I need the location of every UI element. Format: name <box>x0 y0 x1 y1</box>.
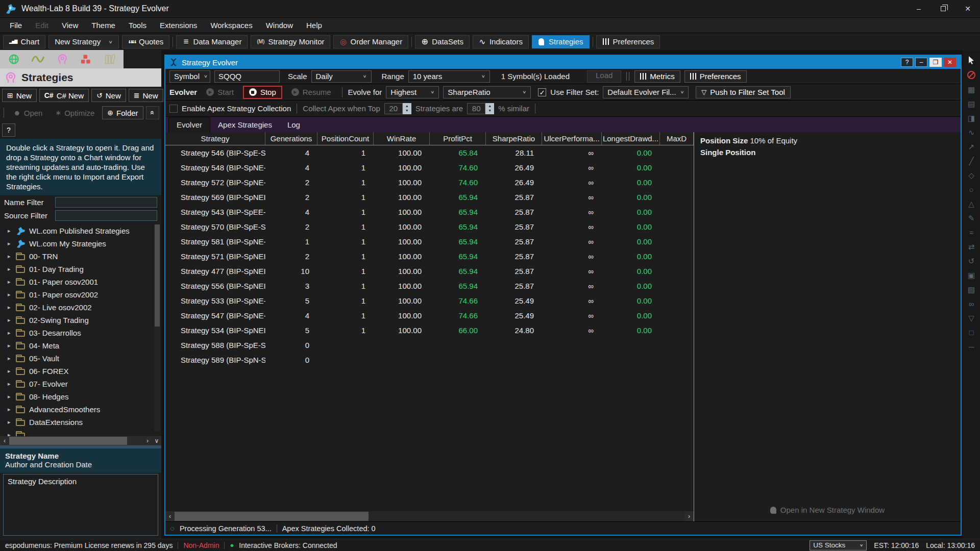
indicator-wave-icon[interactable] <box>32 54 44 64</box>
toolbar-button[interactable]: Strategy Monitor <box>251 35 330 48</box>
tree-expand-arrow-icon[interactable]: ▸ <box>8 304 12 311</box>
tree-expand-arrow-icon[interactable]: ▸ <box>8 253 12 260</box>
tree-expand-arrow-icon[interactable]: ▸ <box>8 330 12 336</box>
scale-dropdown[interactable]: Daily ∨ <box>311 70 372 83</box>
toolbar-button[interactable]: Quotes <box>122 35 169 48</box>
scrollbar-thumb[interactable] <box>175 512 369 521</box>
tree-expand-arrow-icon[interactable]: ▸ <box>8 266 12 272</box>
new-rotation-strategy-button[interactable]: ↺ New <box>91 89 126 102</box>
printer-icon[interactable]: ▤ <box>968 100 975 108</box>
globe-icon[interactable] <box>8 53 19 65</box>
column-header[interactable]: Generations <box>265 132 317 145</box>
tree-item[interactable]: ▸ 02- Live osov2002 <box>0 301 161 314</box>
table-row[interactable]: Strategy 556 (BIP-SpNEI 3 1 100.00 65.94… <box>165 279 694 293</box>
menu-item[interactable]: File <box>3 18 29 32</box>
menu-item[interactable]: Tools <box>122 18 153 32</box>
tree-expand-arrow-icon[interactable]: ▸ <box>8 381 12 387</box>
load-button[interactable]: Load <box>587 70 621 83</box>
tree-item[interactable]: ▸ WL.com My Strategies <box>0 237 161 250</box>
tree-expand-arrow-icon[interactable]: ▸ <box>8 419 12 425</box>
undo-icon[interactable]: ↺ <box>968 257 975 265</box>
menu-item[interactable]: Theme <box>85 18 122 32</box>
scroll-down-icon[interactable]: ∨ <box>152 436 161 445</box>
evolver-restore-button[interactable]: ❐ <box>929 58 942 67</box>
column-header[interactable]: UlcerPerforma... <box>542 132 602 145</box>
table-row[interactable]: Strategy 571 (BIP-SpNEI 2 1 100.00 65.94… <box>165 249 694 264</box>
similar-percent-spinner[interactable]: 80 ▲▼ <box>467 103 494 114</box>
menu-item[interactable]: Edit <box>29 18 55 32</box>
building-blocks-icon[interactable] <box>80 54 91 65</box>
new-blocks-strategy-button[interactable]: ⊞ New <box>2 89 37 102</box>
app-minimize-button[interactable]: – <box>906 0 931 17</box>
trend-icon[interactable]: ↗ <box>968 143 975 151</box>
top-count-value[interactable]: 20 <box>384 103 403 114</box>
open-strategy-button[interactable]: ☻ Open <box>8 106 47 119</box>
tree-expand-arrow-icon[interactable]: ▸ <box>8 368 12 374</box>
table-row[interactable]: Strategy 570 (BIP-SpE-S 2 1 100.00 65.94… <box>165 219 694 234</box>
measure-icon[interactable]: ─ <box>969 343 974 350</box>
collapse-panel-button[interactable]: « <box>146 106 159 119</box>
tree-expand-arrow-icon[interactable]: ▸ <box>8 432 12 436</box>
stop-button[interactable]: Stop <box>243 86 282 99</box>
scrollbar-thumb[interactable] <box>9 437 127 445</box>
tree-item[interactable]: ▸ 01- Paper osov2002 <box>0 288 161 301</box>
column-header[interactable]: ProfitPct <box>430 132 486 145</box>
start-button[interactable]: ▶ Start <box>201 86 239 99</box>
scroll-left-icon[interactable]: ‹ <box>0 436 9 445</box>
toolbar-button[interactable]: Strategies <box>532 35 590 48</box>
tree-expand-arrow-icon[interactable]: ▸ <box>8 355 12 362</box>
tree-item[interactable]: ▸ 01- Day Trading <box>0 263 161 276</box>
tree-item[interactable]: ▸ 08- Hedges <box>0 390 161 403</box>
menu-item[interactable]: Extensions <box>153 18 204 32</box>
range-dropdown[interactable]: 10 years ∨ <box>408 70 490 83</box>
square-icon[interactable]: □ <box>969 329 973 336</box>
table-row[interactable]: Strategy 477 (BIP-SpNEI 10 1 100.00 65.9… <box>165 264 694 279</box>
column-header[interactable]: PositionCount <box>317 132 374 145</box>
menu-item[interactable]: Help <box>300 18 329 32</box>
tree-item[interactable]: ▸ 01- Paper osov2001 <box>0 276 161 288</box>
push-filter-button[interactable]: ▽ Push to Filter Set Tool <box>696 86 790 98</box>
tree-item[interactable]: ▸ 00- TRN <box>0 250 161 263</box>
use-filter-checkbox[interactable]: ✓ <box>538 88 546 96</box>
help-button[interactable]: ? <box>2 123 15 137</box>
triangle-icon[interactable]: △ <box>968 200 974 208</box>
new-folder-button[interactable]: ⊕ Folder <box>102 106 143 119</box>
evolver-help-button[interactable]: ? <box>901 58 913 67</box>
column-header[interactable]: MaxD <box>660 132 694 145</box>
scroll-left-icon[interactable]: ‹ <box>165 511 175 521</box>
toolbar-button[interactable] <box>173 37 173 47</box>
name-filter-input[interactable] <box>55 197 157 208</box>
toolbar-button[interactable] <box>593 37 593 47</box>
metrics-button[interactable]: Metrics <box>634 70 680 83</box>
tree-item[interactable]: ▸ 03- Desarrollos <box>0 327 161 339</box>
spinner-arrows-icon[interactable]: ▲▼ <box>403 103 411 114</box>
infinity-icon[interactable]: ∞ <box>969 300 974 308</box>
tree-expand-arrow-icon[interactable]: ▸ <box>8 393 12 400</box>
toolbar-button[interactable]: Order Manager <box>333 35 408 48</box>
box-icon[interactable]: ▣ <box>968 271 975 279</box>
column-header[interactable]: LongestDrawd... <box>602 132 660 145</box>
toolbar-button[interactable]: Data Manager <box>176 35 248 48</box>
diamond-icon[interactable]: ◇ <box>968 171 974 179</box>
source-filter-input[interactable] <box>55 210 157 221</box>
table-row[interactable]: Strategy 547 (BIP-SpNE- 4 1 100.00 74.66… <box>165 308 694 323</box>
table-row[interactable]: Strategy 534 (BIP-SpNEI 5 1 100.00 66.00… <box>165 323 694 338</box>
library-books-icon[interactable] <box>104 54 115 65</box>
table-row[interactable]: Strategy 588 (BIP-SpE-S 0 <box>165 338 694 353</box>
smooth-icon[interactable]: ≈ <box>969 229 973 236</box>
tree-item[interactable]: ▸ WL.com Published Strategies <box>0 224 161 237</box>
table-row[interactable]: Strategy 569 (BIP-SpNEI 2 1 100.00 65.94… <box>165 190 694 205</box>
table-row[interactable]: Strategy 546 (BIP-SpE-S 4 1 100.00 65.84… <box>165 145 694 160</box>
table-row[interactable]: Strategy 548 (BIP-SpNE- 4 1 100.00 74.60… <box>165 160 694 175</box>
new-csharp-strategy-button[interactable]: C# C# New <box>39 89 89 102</box>
tree-item[interactable]: ▸ 07- Evolver <box>0 378 161 390</box>
menu-item[interactable]: Window <box>259 18 300 32</box>
column-header[interactable]: Strategy <box>165 132 265 145</box>
tab[interactable]: Evolver <box>168 117 210 132</box>
market-dropdown[interactable]: US Stocks ∨ <box>810 540 867 550</box>
top-count-spinner[interactable]: 20 ▲▼ <box>384 103 411 114</box>
scroll-right-icon[interactable]: › <box>684 511 694 521</box>
tree-horizontal-scrollbar[interactable]: ‹ › ∨ <box>0 436 161 445</box>
panel-icon[interactable]: ◨ <box>968 114 975 122</box>
similar-percent-value[interactable]: 80 <box>467 103 485 114</box>
